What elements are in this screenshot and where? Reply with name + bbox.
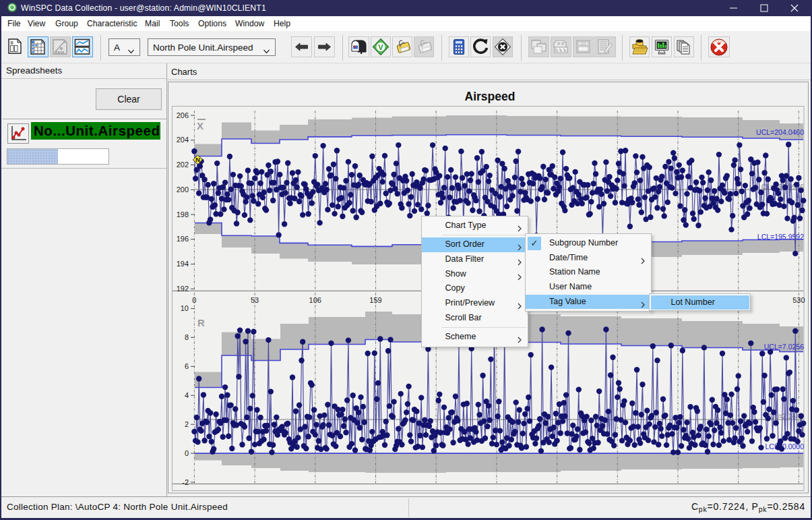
svg-text:53: 53: [251, 296, 259, 304]
svg-text:LCL=195.9592: LCL=195.9592: [757, 233, 804, 241]
svg-text:8: 8: [185, 333, 189, 341]
svg-text:Airspeed: Airspeed: [465, 90, 516, 103]
svg-text:106: 106: [309, 296, 321, 304]
svg-text:206: 206: [177, 111, 189, 119]
svg-text:V: V: [378, 43, 383, 51]
svg-text:-2: -2: [182, 478, 189, 486]
svg-text:530: 530: [792, 296, 805, 304]
svg-text:R: R: [197, 317, 205, 328]
svg-text:198: 198: [177, 210, 189, 219]
svg-text:192: 192: [177, 285, 189, 293]
svg-text:159: 159: [369, 296, 381, 304]
svg-text:0: 0: [192, 296, 196, 304]
svg-text:200: 200: [177, 185, 189, 194]
svg-text:X: X: [197, 120, 204, 132]
svg-text:4: 4: [185, 391, 189, 399]
svg-text:6: 6: [185, 362, 189, 370]
svg-text:-123-: -123-: [580, 42, 587, 45]
svg-text:UCL=204.0460: UCL=204.0460: [756, 128, 804, 136]
svg-text:204: 204: [177, 136, 189, 144]
svg-text:194: 194: [177, 260, 189, 268]
svg-text:202: 202: [177, 161, 189, 169]
svg-text:N: N: [195, 156, 200, 163]
svg-text:10: 10: [181, 304, 189, 312]
svg-text:2: 2: [185, 420, 189, 428]
svg-text:196: 196: [177, 235, 189, 243]
svg-text:0: 0: [185, 449, 189, 457]
